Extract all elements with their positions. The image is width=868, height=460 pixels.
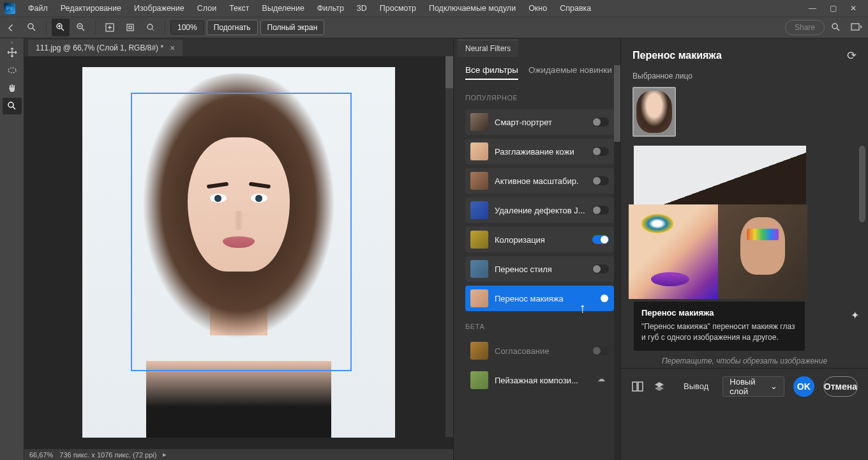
- menu-plugins[interactable]: Подключаемые модули: [423, 4, 522, 13]
- filter-smart-portrait[interactable]: Смарт-портрет: [465, 109, 614, 135]
- menu-view[interactable]: Просмотр: [373, 4, 423, 13]
- menu-3d[interactable]: 3D: [350, 4, 373, 13]
- home-icon[interactable]: [3, 19, 20, 36]
- menu-file[interactable]: Файл: [22, 4, 54, 13]
- filter-toggle[interactable]: [592, 176, 609, 185]
- menu-layers[interactable]: Слои: [191, 4, 223, 13]
- filter-info-tooltip: Перенос макияжа "Перенос макияжа" перено…: [634, 302, 805, 351]
- menu-select[interactable]: Выделение: [256, 4, 311, 13]
- menu-filter[interactable]: Фильтр: [311, 4, 350, 13]
- reset-icon[interactable]: ⟳: [847, 49, 857, 63]
- face-selection-box[interactable]: [131, 93, 352, 371]
- toolbar-handle-icon[interactable]: »: [9, 40, 15, 43]
- selected-face-label: Выбранное лицо: [621, 69, 868, 83]
- tab-all-filters[interactable]: Все фильтры: [465, 65, 518, 80]
- maximize-icon[interactable]: ▢: [827, 3, 839, 14]
- status-menu-icon[interactable]: ▸: [163, 450, 167, 459]
- fit-button[interactable]: Подогнать: [207, 20, 258, 35]
- window-controls: ― ▢ ✕: [807, 3, 864, 14]
- filter-style-transfer[interactable]: Перенос стиля: [465, 256, 614, 282]
- zoom-level-input[interactable]: 100%: [170, 20, 204, 34]
- filter-icon: [470, 289, 488, 307]
- filter-jpeg-artifacts[interactable]: Удаление дефектов J...: [465, 197, 614, 223]
- zoom-out-icon[interactable]: [72, 19, 90, 36]
- status-zoom: 66,67%: [29, 451, 53, 459]
- marquee-tool-icon[interactable]: [3, 62, 22, 79]
- filter-landscape-mixer[interactable]: Пейзажная компози... ☁: [465, 367, 614, 393]
- filter-harmonization[interactable]: Согласование: [465, 338, 614, 364]
- svg-point-9: [8, 68, 16, 73]
- reference-image-cards[interactable]: [629, 204, 807, 299]
- filter-skin-smoothing[interactable]: Разглаживание кожи: [465, 139, 614, 164]
- properties-scrollbar[interactable]: [859, 146, 865, 355]
- filter-makeup-transfer[interactable]: Перенос макияжа ⭡: [465, 286, 614, 311]
- zoom-tool-icon[interactable]: [3, 98, 22, 114]
- zoom-in-icon[interactable]: [52, 19, 70, 36]
- close-icon[interactable]: ✕: [848, 3, 859, 14]
- ok-button[interactable]: OK: [793, 376, 814, 397]
- filter-icon: [470, 371, 488, 389]
- tab-close-icon[interactable]: ×: [170, 43, 175, 53]
- filter-properties-panel: Перенос макияжа ⟳ Выбранное лицо Перенос…: [620, 38, 868, 460]
- reference-card-1[interactable]: [629, 204, 718, 299]
- svg-rect-12: [638, 382, 643, 391]
- output-label: Вывод: [684, 381, 708, 391]
- menu-text[interactable]: Текст: [223, 4, 255, 13]
- filter-list-scrollbar[interactable]: [614, 65, 620, 460]
- filter-toggle[interactable]: [592, 264, 609, 273]
- filter-colorize[interactable]: Колоризация: [465, 227, 614, 252]
- svg-rect-4: [127, 24, 133, 31]
- svg-point-0: [28, 24, 33, 29]
- menu-edit[interactable]: Редактирование: [54, 4, 128, 13]
- share-button[interactable]: Share: [785, 20, 825, 35]
- selected-face-thumbnail[interactable]: [632, 87, 676, 137]
- workspace-icon[interactable]: [848, 19, 865, 36]
- hand-tool-icon[interactable]: [3, 80, 22, 96]
- status-bar: 66,67% 736 пикс. x 1076 пикс. (72 ppi) ▸: [24, 448, 453, 460]
- reference-card-2[interactable]: [718, 204, 807, 299]
- canvas-viewport[interactable]: [24, 56, 453, 448]
- action-bar: Вывод Новый слой ⌄ OK Отмена: [621, 368, 868, 404]
- filter-toggle[interactable]: [592, 294, 609, 303]
- document-tab[interactable]: 111.jpg @ 66,7% (Слой 1, RGB/8#) * ×: [28, 40, 183, 56]
- panel-tab-neural-filters[interactable]: Neural Filters: [458, 40, 518, 57]
- move-tool-icon[interactable]: [3, 44, 22, 61]
- filter-super-zoom[interactable]: Активное масштабир.: [465, 168, 614, 194]
- cancel-button[interactable]: Отмена: [823, 376, 858, 397]
- status-dimensions: 736 пикс. x 1076 пикс. (72 ppi): [59, 451, 156, 459]
- menu-help[interactable]: Справка: [553, 4, 597, 13]
- neural-filters-panel: Neural Filters Все фильтры Ожидаемые нов…: [453, 38, 620, 460]
- filter-toggle[interactable]: [592, 147, 609, 156]
- menu-window[interactable]: Окно: [522, 4, 553, 13]
- crop-hint-caption: Перетащите, чтобы обрезать изображение: [629, 356, 860, 365]
- chevron-down-icon: ⌄: [770, 381, 777, 391]
- filter-toggle[interactable]: [592, 346, 609, 355]
- scrubby-zoom-icon[interactable]: [142, 19, 160, 36]
- filter-icon: [470, 172, 488, 190]
- tab-waiting-filters[interactable]: Ожидаемые новинки: [528, 65, 612, 80]
- cursor-icon: ⭡: [578, 303, 587, 314]
- fit-layer-icon[interactable]: [121, 19, 139, 36]
- minimize-icon[interactable]: ―: [807, 3, 818, 14]
- output-select[interactable]: Новый слой ⌄: [722, 376, 784, 397]
- left-toolbar: »: [0, 38, 24, 460]
- search-icon[interactable]: [827, 19, 845, 36]
- app-logo: Ps: [4, 3, 15, 14]
- filter-toggle[interactable]: [592, 118, 609, 126]
- layers-icon[interactable]: [653, 378, 666, 395]
- section-popular-label: ПОПУЛЯРНОЕ: [465, 94, 614, 102]
- filter-icon: [470, 342, 488, 360]
- options-bar: 100% Подогнать Полный экран Share: [0, 17, 868, 38]
- menu-image[interactable]: Изображение: [128, 4, 191, 13]
- download-icon[interactable]: ☁: [597, 374, 609, 386]
- filter-icon: [470, 113, 488, 131]
- document-tab-title: 111.jpg @ 66,7% (Слой 1, RGB/8#) *: [36, 43, 163, 52]
- filter-toggle[interactable]: [592, 206, 609, 215]
- section-beta-label: БЕТА: [465, 323, 614, 330]
- filter-toggle[interactable]: [592, 235, 609, 244]
- zoom-tool-icon[interactable]: [23, 19, 41, 36]
- fullscreen-button[interactable]: Полный экран: [260, 20, 325, 35]
- before-after-icon[interactable]: [631, 378, 644, 395]
- canvas-vscrollbar[interactable]: [445, 56, 453, 437]
- fit-screen-icon[interactable]: [101, 19, 119, 36]
